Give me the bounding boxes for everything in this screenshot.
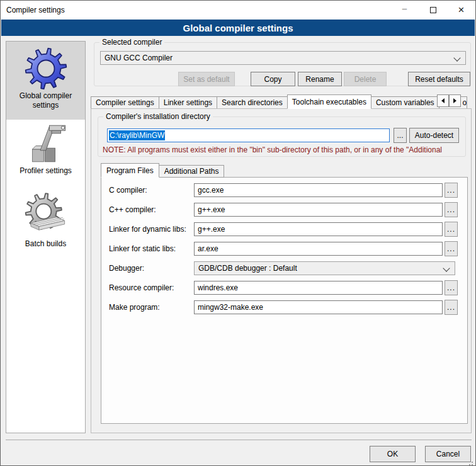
compiler-select[interactable]: GNU GCC Compiler <box>100 51 466 65</box>
bin-subdirectory-note: NOTE: All programs must exist either in … <box>103 145 464 154</box>
sidebar-item-label: Batch builds <box>6 239 85 249</box>
browse-directory-button[interactable]: ... <box>394 128 407 143</box>
linker-dynamic-input[interactable] <box>194 222 443 236</box>
tab-linker-settings[interactable]: Linker settings <box>159 96 217 109</box>
window-title: Compiler settings <box>6 6 65 14</box>
set-as-default-button[interactable]: Set as default <box>178 72 235 86</box>
debugger-label: Debugger: <box>109 264 193 273</box>
debugger-select-value: GDB/CDB debugger : Default <box>198 264 297 273</box>
make-program-label: Make program: <box>109 303 193 312</box>
c-compiler-label: C compiler: <box>109 186 193 195</box>
toolchain-executables-page: Compiler's installation directory C:\ray… <box>91 108 472 433</box>
cpp-compiler-input[interactable] <box>194 203 443 217</box>
rename-button[interactable]: Rename <box>298 72 342 86</box>
sidebar-item-label: Profiler settings <box>6 166 85 176</box>
maximize-icon <box>430 7 436 13</box>
make-program-browse-button[interactable]: ... <box>445 300 458 315</box>
sidebar-item-batch-builds[interactable]: Batch builds <box>6 193 85 249</box>
sidebar-item-label: Global compiler settings <box>6 91 85 110</box>
tab-scroll-left-button[interactable] <box>437 94 449 107</box>
c-compiler-browse-button[interactable]: ... <box>445 183 458 198</box>
installation-directory-input[interactable]: C:\raylib\MinGW <box>107 128 390 142</box>
subtab-program-files[interactable]: Program Files <box>101 163 159 178</box>
blue-gear-icon <box>23 46 69 91</box>
resource-compiler-label: Resource compiler: <box>109 283 193 292</box>
linker-dynamic-browse-button[interactable]: ... <box>445 222 458 237</box>
settings-tabstrip: Compiler settings Linker settings Search… <box>91 94 472 109</box>
close-button[interactable]: × <box>447 1 475 19</box>
sidebar-item-global-compiler-settings[interactable]: Global compiler settings <box>6 42 85 120</box>
linker-static-label: Linker for static libs: <box>109 244 193 253</box>
compiler-settings-dialog: Compiler settings – × Global compiler se… <box>0 0 476 466</box>
c-compiler-input[interactable] <box>194 183 443 197</box>
page-title: Global compiler settings <box>1 20 475 36</box>
reset-defaults-button[interactable]: Reset defaults <box>408 72 470 86</box>
ok-button[interactable]: OK <box>370 446 416 462</box>
debugger-select[interactable]: GDB/CDB debugger : Default <box>194 261 455 275</box>
auto-detect-button[interactable]: Auto-detect <box>409 128 459 143</box>
settings-sidebar: Global compiler settings Profiler settin… <box>6 41 86 433</box>
caliper-icon <box>23 121 69 166</box>
caption-buttons: – × <box>390 1 475 19</box>
chevron-down-icon <box>443 264 450 271</box>
delete-button[interactable]: Delete <box>344 72 387 86</box>
tab-custom-variables[interactable]: Custom variables <box>371 96 439 109</box>
tab-scroll-right-icon <box>453 98 456 103</box>
installation-directory-group: Compiler's installation directory C:\ray… <box>98 116 466 157</box>
batch-builds-icon <box>23 193 69 239</box>
tab-scroll-arrows <box>437 94 461 107</box>
tab-search-directories[interactable]: Search directories <box>217 96 288 109</box>
linker-dynamic-label: Linker for dynamic libs: <box>109 225 193 234</box>
cpp-compiler-browse-button[interactable]: ... <box>445 202 458 217</box>
minimize-icon: – <box>402 3 407 14</box>
copy-button[interactable]: Copy <box>251 72 295 86</box>
titlebar[interactable]: Compiler settings – × <box>1 1 475 20</box>
files-subtabstrip: Program Files Additional Paths <box>101 163 224 178</box>
sidebar-item-profiler-settings[interactable]: Profiler settings <box>6 120 85 176</box>
resize-grip[interactable] <box>472 462 473 463</box>
resource-compiler-input[interactable] <box>194 281 443 295</box>
tab-scroll-left-icon <box>441 98 445 103</box>
chevron-down-icon <box>453 54 460 61</box>
compiler-select-value: GNU GCC Compiler <box>105 54 173 62</box>
tab-compiler-settings[interactable]: Compiler settings <box>91 96 159 109</box>
make-program-input[interactable] <box>194 300 443 314</box>
installation-directory-legend: Compiler's installation directory <box>103 112 213 121</box>
selected-compiler-group: Selected compiler GNU GCC Compiler Set a… <box>94 42 471 86</box>
selected-compiler-legend: Selected compiler <box>99 38 164 47</box>
maximize-button[interactable] <box>419 1 447 19</box>
minimize-button[interactable]: – <box>390 1 419 19</box>
close-icon: × <box>458 4 465 15</box>
linker-static-input[interactable] <box>194 242 443 256</box>
cpp-compiler-label: C++ compiler: <box>109 205 193 214</box>
linker-static-browse-button[interactable]: ... <box>445 241 458 256</box>
subtab-additional-paths[interactable]: Additional Paths <box>159 165 225 178</box>
cancel-button[interactable]: Cancel <box>425 446 471 462</box>
resource-compiler-browse-button[interactable]: ... <box>445 280 458 295</box>
tab-scroll-right-button[interactable] <box>449 94 461 107</box>
program-files-page: C compiler: ... C++ compiler: ... Linker… <box>101 177 468 424</box>
footer-divider <box>6 440 472 440</box>
tab-toolchain-executables[interactable]: Toolchain executables <box>287 94 371 109</box>
installation-directory-selected-text: C:\raylib\MinGW <box>109 130 165 140</box>
